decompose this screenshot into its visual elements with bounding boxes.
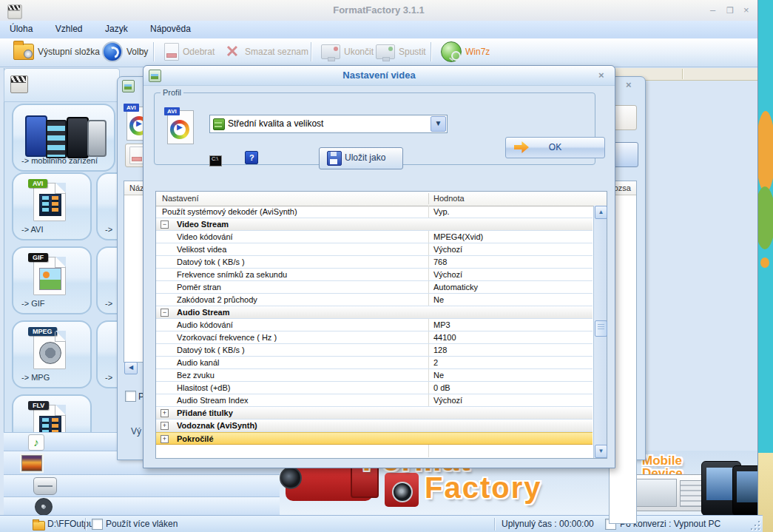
win7z-button[interactable]: Win7z [436,41,494,63]
options-gear-icon [102,41,123,62]
menu-bar: Úloha Vzhled Jazyk Nápověda [0,21,757,39]
resize-grip[interactable] [751,521,760,530]
table-row[interactable]: Video kódování MPEG4(Xvid) [156,231,593,243]
tile-to-mobile-device[interactable]: -> mobilního zařízení [12,104,115,172]
combobox-dropdown-icon[interactable]: ▼ [431,116,446,132]
background-window-close-button[interactable]: × [626,79,632,90]
start-button[interactable]: Spustit [371,41,431,63]
remove-button[interactable]: Odebrat [160,41,219,63]
column-settings[interactable]: Nastavení [162,194,199,203]
dialog-titlebar[interactable]: Nastavení videa × [144,66,615,86]
menu-jazyk[interactable]: Jazyk [95,21,138,38]
table-row[interactable]: Audio kódování MP3 [156,319,593,331]
stop-button[interactable]: Ukončit [317,41,378,63]
settings-table-header: Nastavení Hodnota [156,192,607,206]
sidebar-section-audio[interactable]: ♪ [4,432,118,451]
options-button[interactable]: Volby [98,41,152,63]
menu-napoveda[interactable]: Nápověda [141,21,200,38]
floppy-disk-icon [327,151,342,166]
expand-toggle-icon[interactable]: − [161,220,169,229]
desktop-background-right [757,0,773,532]
camcorder-lens [280,467,302,489]
sidebar-video-tiles: -> mobilního zařízení AVI -> AVI -> GIF … [4,101,118,432]
table-row[interactable]: Použít systémový dekodér (AviSynth) Vyp. [156,206,593,218]
profil-groupbox: Profil AVI Střední kvalita a velikost ▼ … [154,88,595,165]
sidebar-section-advanced[interactable]: Pokročilé [4,496,280,516]
statusbar-divider [85,518,87,531]
table-row[interactable]: +Pokročilé [156,432,593,445]
table-row[interactable]: Frekvence snímků za sekundu Výchozí [156,269,593,281]
output-folder-button[interactable]: Výstupní složka [9,41,104,63]
camera-lens [392,482,413,502]
table-row[interactable]: Velikost videa Výchozí [156,243,593,256]
toolbar-separator [153,42,155,61]
table-row[interactable]: Poměr stran Automaticky [156,281,593,294]
table-row[interactable]: Bez zvuku Ne [156,369,593,382]
ok-button[interactable]: OK [505,137,605,158]
tile-to-mpg[interactable]: MPEG -> MPG [12,320,92,388]
dialog-close-button[interactable]: × [598,66,604,85]
save-as-button[interactable]: Uložit jako [319,147,403,169]
background-checkbox[interactable] [125,391,136,402]
table-scrollbar[interactable]: ▲ ▼ [593,206,607,458]
window-title: FormatFactory 3.1.1 [0,0,757,21]
expand-toggle-icon[interactable]: + [161,435,169,443]
table-row[interactable]: +Přidané titulky [156,407,593,420]
avi-file-icon: AVI [33,183,66,221]
scroll-up-icon[interactable]: ▲ [595,206,607,219]
table-row[interactable]: Audio Stream Index Výchozí [156,394,593,407]
profil-legend: Profil [161,88,183,97]
table-row[interactable]: −Video Stream [156,218,593,231]
table-row[interactable]: Vzorkovací frekvence ( Hz ) 44100 [156,331,593,344]
film-reel-icon [35,498,53,516]
expand-toggle-icon[interactable]: − [161,309,169,317]
sidebar-section-video[interactable] [4,68,120,102]
statusbar-divider [494,518,496,531]
mpeg-file-icon: MPEG [33,331,66,369]
settings-table: Nastavení Hodnota Použít systémový dekod… [155,191,607,459]
tile-to-flv[interactable]: FLV [12,394,92,432]
table-row[interactable]: Datový tok ( KB/s ) 128 [156,344,593,357]
tile-partial[interactable]: -> [96,172,118,240]
output-path-folder-icon[interactable] [33,521,45,531]
tile-label: -> GIF [21,299,44,308]
tile-label: -> mobilního zařízení [21,156,98,165]
sidebar-section-rom-device[interactable]: ROM zařízení\DVD\CD\ISO [4,474,280,497]
menu-uloha[interactable]: Úloha [0,21,42,38]
elapsed-time: Uplynulý čas : 00:00:00 [502,516,594,532]
tile-label: -> AVI [21,225,43,234]
scroll-down-icon[interactable]: ▼ [595,445,607,458]
table-row[interactable]: Datový tok ( KB/s ) 768 [156,256,593,269]
tile-to-gif[interactable]: GIF -> GIF [12,246,92,314]
table-row[interactable]: −Audio Stream [156,306,593,319]
file-list-column-name[interactable]: Náz [124,181,144,195]
window-titlebar[interactable]: FormatFactory 3.1.1 – ❒ × [0,0,757,21]
logo-factory: Factory [425,471,542,505]
table-row[interactable]: Zakódovat 2 průchody Ne [156,294,593,306]
maximize-button[interactable]: ❒ [726,0,734,21]
scrollbar-thumb[interactable] [595,320,607,337]
expand-toggle-icon[interactable]: + [161,409,169,417]
menu-vzhled[interactable]: Vzhled [46,21,92,38]
profile-combobox[interactable]: Střední kvalita a velikost ▼ [209,115,448,133]
clear-list-button[interactable]: ✕ Smazat seznam [219,41,313,63]
table-row[interactable]: Audio kanál 2 [156,357,593,369]
table-row[interactable]: Hlasitost (+dB) 0 dB [156,382,593,394]
close-button[interactable]: × [743,0,749,21]
commandline-icon[interactable]: C:\ [209,155,222,166]
tile-to-avi[interactable]: AVI -> AVI [12,172,92,240]
desktop-wallpaper-orange-dot [760,257,769,268]
flv-file-icon: FLV [33,405,66,432]
tile-partial[interactable]: -> [96,246,118,314]
hscroll-left-arrow[interactable]: ◀ [124,362,138,374]
dialog-icon [149,70,161,82]
table-row[interactable]: +Vodoznak (AviSynth) [156,420,593,432]
tile-partial[interactable]: -> [96,320,118,388]
output-path[interactable]: D:\FFOutput [47,516,96,532]
help-icon[interactable]: ? [245,151,258,164]
minimize-button[interactable]: – [710,0,715,21]
desktop-wallpaper-orange-shape [756,111,773,192]
multithread-checkbox[interactable] [92,519,103,530]
expand-toggle-icon[interactable]: + [161,422,169,430]
column-value[interactable]: Hodnota [433,194,465,203]
